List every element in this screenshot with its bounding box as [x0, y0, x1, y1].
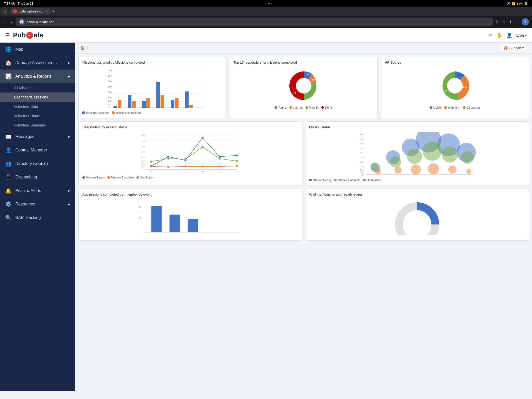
sidebar-item-map[interactable]: 🌐 Map — [0, 43, 75, 56]
completed-label: Missions completed — [116, 111, 141, 114]
app-header: ☰ Pub + afe ✉ ✋ 👤 Eron ▾ — [0, 28, 532, 43]
top15-legend: Tom L. John S. Mary K. Don I. — [234, 106, 374, 109]
new-tab-button[interactable]: + — [52, 9, 55, 14]
app-header-right: ✉ ✋ 👤 Eron ▾ — [488, 32, 527, 38]
svg-point-106 — [466, 169, 471, 174]
sidebar-sub-volunteer-data[interactable]: Volunteer Data — [0, 102, 75, 111]
battery-icon: 🔋 — [524, 2, 528, 5]
user-menu[interactable]: Eron ▾ — [516, 33, 527, 37]
sidebar-item-contact-manager[interactable]: 👤 Contact Manager — [0, 143, 75, 157]
svg-point-76 — [236, 160, 238, 162]
home-icon[interactable]: 🏠 — [81, 46, 85, 50]
responders-status-title: Responders by mission status — [82, 125, 298, 130]
svg-rect-23 — [156, 82, 160, 108]
missions-bar-svg: 400 350 300 250 200 150 100 50 0 — [82, 68, 223, 109]
svg-text:500: 500 — [360, 133, 364, 136]
sidebar-item-messages[interactable]: ✉️ Messages ▶ — [0, 130, 75, 143]
svg-text:150: 150 — [360, 165, 364, 168]
sidebar-item-analytics[interactable]: 📊 Analytics & Reports ▶ — [0, 70, 75, 83]
browser-tab[interactable]: portal.pubsafe.n... ✕ — [10, 8, 51, 15]
url-text: portal.pubsafe.net — [26, 20, 54, 24]
bookmark-icon[interactable]: ☆ — [502, 19, 506, 24]
breadcrumb-left: 🏠 / — [81, 46, 88, 50]
svg-text:48.0%: 48.0% — [462, 86, 468, 88]
sidebar-item-dispatching[interactable]: 📱 Dispatching — [0, 170, 75, 184]
sidebar-sub-all-missions[interactable]: All Missions — [0, 83, 75, 92]
posts-icon: 🔔 — [5, 188, 12, 194]
sidebar-sub-dashboard-missions[interactable]: Dashboard, Missions — [0, 92, 75, 102]
avg-missions-title: Avg missions completed per member by eve… — [82, 192, 298, 196]
sidebar-sub-volunteer-summary[interactable]: Volunteer Summary — [0, 121, 75, 130]
hr-donut-svg: 12.0% 48.0% 40.0% — [437, 68, 473, 104]
svg-text:200: 200 — [108, 91, 112, 94]
on-mission-b-dot — [363, 179, 366, 181]
svg-text:0: 0 — [362, 174, 363, 176]
sidebar-label-posts: Posts & Alerts — [15, 188, 41, 193]
status-date: Thu Jun 13 — [18, 2, 33, 5]
legend-webform: Web form — [444, 106, 460, 109]
more-icon[interactable]: ··· — [515, 19, 518, 24]
logo-afe: afe — [34, 31, 43, 39]
volunteer-data-label: Volunteer Data — [14, 104, 38, 109]
reload-icon[interactable]: ↻ — [495, 19, 499, 24]
sidebar-sub-volunteer-hours[interactable]: Volunteer Hours — [0, 111, 75, 121]
svg-text:3: 3 — [138, 211, 140, 214]
svg-text:5: 5 — [236, 170, 237, 173]
sidebar-item-posts-alerts[interactable]: 🔔 Posts & Alerts ▶ — [0, 184, 75, 197]
john-dot — [289, 106, 292, 109]
sidebar-item-resources[interactable]: ⚙️ Resources ▶ — [0, 197, 75, 211]
top15-donut-area: 13 9% 32 — [234, 68, 374, 104]
on-mission-r-dot — [136, 176, 139, 179]
svg-text:50: 50 — [142, 165, 144, 168]
hamburger-menu[interactable]: ☰ — [5, 32, 10, 38]
tab-favicon — [13, 9, 17, 14]
share-icon[interactable]: ⬆ — [509, 19, 512, 24]
webform-dot — [444, 106, 447, 109]
address-bar-row: ‹ › portal.pubsafe.net ↻ ☆ ⬆ ··· I — [0, 16, 532, 28]
responders-line-svg: 400 350 300 250 200 150 100 50 0 — [82, 132, 298, 174]
dispatcher-label: Dispatcher — [467, 106, 480, 109]
sidebar-label-sar: SAR Tracking — [15, 215, 41, 220]
hr-legend: Mobile Web form Dispatcher — [385, 106, 525, 109]
svg-rect-126 — [188, 219, 198, 232]
legend-on-mission-b: On Mission — [363, 178, 381, 182]
svg-text:9%: 9% — [311, 78, 315, 81]
address-bar[interactable]: portal.pubsafe.net — [16, 18, 493, 26]
ready-b-label: Mission Ready — [313, 178, 331, 182]
don-label: Don I. — [325, 106, 332, 109]
sidebar: 🌐 Map 🏠 Damage Assessments ▶ 📊 Analytics… — [0, 43, 75, 391]
hand-icon[interactable]: ✋ — [496, 32, 502, 38]
svg-text:4: 4 — [138, 200, 140, 203]
svg-text:350: 350 — [108, 75, 112, 77]
back-button[interactable]: ‹ — [3, 18, 7, 26]
svg-rect-21 — [142, 101, 146, 108]
legend-john: John S. — [289, 106, 303, 109]
support-button[interactable]: 🛟 Support ▾ — [501, 45, 527, 51]
legend-mary: Mary K. — [305, 106, 319, 109]
svg-text:300: 300 — [141, 145, 145, 148]
legend-completed: Missions completed — [112, 111, 141, 114]
svg-text:2.5: 2.5 — [138, 217, 142, 219]
sidebar-item-directory[interactable]: 👥 Directory (Global) — [0, 157, 75, 170]
svg-point-67 — [184, 165, 187, 168]
messages-icon: ✉️ — [5, 134, 12, 140]
sidebar-item-sar-tracking[interactable]: 🔍 SAR Tracking — [0, 211, 75, 224]
legend-dispatcher: Dispatcher — [463, 106, 480, 109]
svg-rect-124 — [151, 206, 162, 232]
mission-status-chart: Mission status 500 450 400 350 300 250 2… — [305, 121, 529, 185]
browser-profile-icon[interactable]: I — [522, 18, 529, 25]
forward-button[interactable]: › — [9, 18, 13, 26]
volunteer-summary-label: Volunteer Summary — [14, 123, 46, 127]
sidebar-item-damage-assessments[interactable]: 🏠 Damage Assessments ▶ — [0, 56, 75, 70]
legend-tom: Tom L. — [275, 106, 287, 109]
svg-point-102 — [395, 167, 402, 174]
mail-icon[interactable]: ✉ — [488, 32, 492, 38]
svg-point-103 — [411, 164, 421, 175]
svg-rect-17 — [114, 106, 117, 108]
webform-label: Web form — [448, 106, 460, 109]
john-label: John S. — [293, 106, 303, 109]
svg-point-74 — [202, 146, 204, 148]
svg-rect-19 — [128, 95, 131, 108]
main-content: 🏠 / 🛟 Support ▾ Missions assigned vs Mis… — [75, 43, 532, 391]
tab-close-button[interactable]: ✕ — [45, 10, 48, 13]
